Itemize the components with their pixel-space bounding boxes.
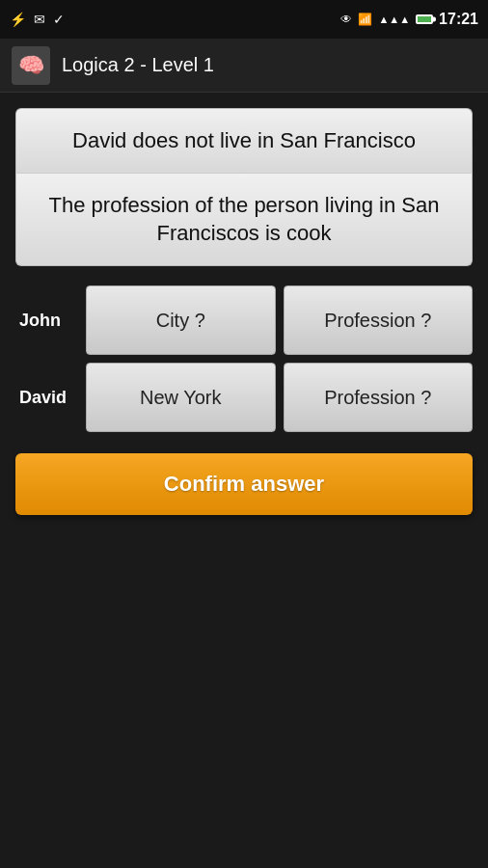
grid-row-john: John City ? Profession ? <box>15 285 473 355</box>
email-icon: ✉ <box>34 12 45 27</box>
status-time: 17:21 <box>439 11 478 28</box>
grid-section: John City ? Profession ? David New York … <box>15 285 473 440</box>
confirm-answer-button[interactable]: Confirm answer <box>15 453 473 515</box>
clue-text-1: David does not live in San Francisco <box>72 128 416 152</box>
grid-cell-david-city[interactable]: New York <box>86 363 276 432</box>
grid-cell-john-city[interactable]: City ? <box>86 285 276 355</box>
eye-icon: 👁 <box>340 13 352 26</box>
signal-icon: ▲▲▲ <box>378 14 410 25</box>
check-icon: ✓ <box>53 12 65 27</box>
wifi-icon: 📶 <box>358 13 372 26</box>
usb-icon: ⚡ <box>10 12 26 27</box>
row-label-john: John <box>15 311 78 331</box>
clue-card-1: David does not live in San Francisco <box>15 108 473 173</box>
status-right-icons: 👁 📶 ▲▲▲ 17:21 <box>340 11 478 28</box>
status-left-icons: ⚡ ✉ ✓ <box>10 12 65 27</box>
grid-cell-david-profession[interactable]: Profession ? <box>284 363 474 432</box>
app-bar: 🧠 Logica 2 - Level 1 <box>0 39 488 93</box>
app-title: Logica 2 - Level 1 <box>62 54 214 76</box>
grid-cell-john-profession[interactable]: Profession ? <box>284 285 474 355</box>
row-label-david: David <box>15 388 78 408</box>
main-content: David does not live in San Francisco The… <box>0 93 488 530</box>
app-logo-icon: 🧠 <box>12 46 50 85</box>
clue-text-2: The profession of the person living in S… <box>49 193 440 246</box>
battery-icon <box>416 14 433 24</box>
status-bar: ⚡ ✉ ✓ 👁 📶 ▲▲▲ 17:21 <box>0 0 488 39</box>
grid-row-david: David New York Profession ? <box>15 363 473 432</box>
clue-card-2: The profession of the person living in S… <box>15 173 473 266</box>
